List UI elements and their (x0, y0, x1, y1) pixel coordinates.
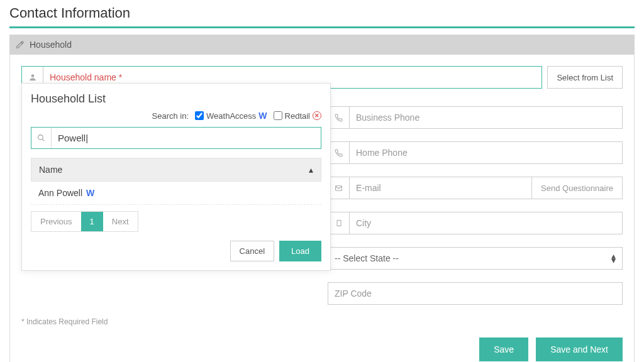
section-header-label: Household (30, 40, 72, 50)
select-from-list-button[interactable]: Select from List (547, 66, 623, 89)
home-phone-group (328, 141, 623, 164)
sort-icon: ▴ (309, 165, 313, 175)
svg-point-0 (31, 74, 34, 77)
popup-search-box (31, 127, 321, 149)
state-placeholder-label: -- Select State -- (335, 253, 399, 263)
mail-icon (328, 177, 350, 199)
home-phone-input[interactable] (350, 142, 622, 163)
svg-point-7 (38, 135, 43, 140)
table-header[interactable]: Name ▴ (31, 158, 321, 182)
table-row[interactable]: Ann Powell W (31, 182, 321, 205)
pager-previous[interactable]: Previous (31, 212, 81, 231)
phone-icon (328, 142, 350, 163)
state-select[interactable]: -- Select State -- ▴▾ (328, 247, 623, 270)
weathaccess-label: WeathAccess (206, 111, 256, 121)
row-name: Ann Powell (38, 188, 82, 198)
weathaccess-icon: W (258, 111, 267, 121)
zip-input[interactable] (335, 288, 616, 299)
select-updown-icon: ▴▾ (611, 254, 616, 263)
pager-next[interactable]: Next (103, 212, 138, 231)
footer-actions: Save Save and Next (21, 337, 623, 361)
city-group (328, 212, 623, 234)
building-icon (328, 212, 350, 234)
required-footnote: * Indicates Required Field (21, 317, 623, 326)
zip-group (328, 282, 623, 305)
cancel-button[interactable]: Cancel (230, 241, 274, 261)
email-group: Send Questionnaire (328, 177, 623, 199)
email-input[interactable] (350, 177, 531, 199)
source-redtail[interactable]: Redtail ✕ (274, 111, 321, 121)
popup-actions: Cancel Load (31, 241, 321, 261)
search-in-label: Search in: (152, 111, 189, 121)
svg-line-8 (42, 139, 44, 141)
title-divider (9, 26, 635, 28)
weathaccess-checkbox[interactable] (195, 111, 204, 120)
search-in-row: Search in: WeathAccess W Redtail ✕ (31, 111, 321, 121)
household-section-header: Household (9, 35, 635, 55)
pager: Previous 1 Next (31, 211, 138, 232)
save-button[interactable]: Save (479, 337, 528, 361)
phone-icon (328, 107, 350, 128)
business-phone-input[interactable] (350, 107, 622, 128)
section-body: Select from List Send Ques (9, 55, 635, 362)
svg-rect-2 (337, 221, 341, 226)
search-icon (31, 128, 52, 148)
page-title: Contact Information (9, 5, 635, 21)
column-name-label: Name (39, 165, 62, 175)
household-list-popup: Household List Search in: WeathAccess W … (21, 83, 331, 271)
redtail-label: Redtail (285, 111, 310, 121)
business-phone-group (328, 106, 623, 129)
right-column: Send Questionnaire -- Select State -- ▴▾ (328, 106, 623, 305)
city-input[interactable] (350, 212, 622, 234)
pager-page-1[interactable]: 1 (81, 212, 103, 231)
redtail-icon: ✕ (313, 111, 321, 120)
redtail-checkbox[interactable] (274, 111, 282, 120)
send-questionnaire-button[interactable]: Send Questionnaire (531, 177, 622, 199)
save-and-next-button[interactable]: Save and Next (536, 337, 623, 361)
load-button[interactable]: Load (279, 241, 321, 261)
source-weathaccess[interactable]: WeathAccess W (195, 111, 267, 121)
popup-title: Household List (31, 92, 321, 106)
popup-search-input[interactable] (52, 128, 321, 148)
edit-icon (16, 40, 25, 49)
weathaccess-icon: W (86, 188, 94, 198)
